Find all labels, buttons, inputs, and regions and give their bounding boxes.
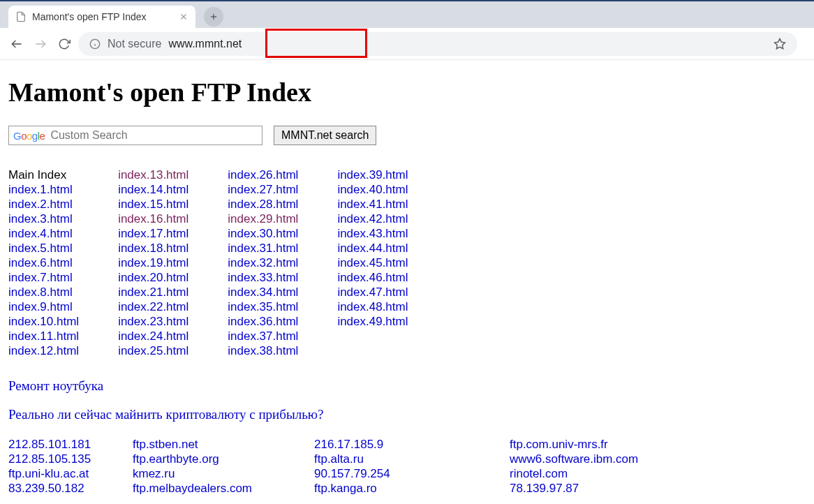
index-entry[interactable]: index.18.html xyxy=(118,241,188,255)
index-entry[interactable]: index.14.html xyxy=(118,182,188,197)
index-entry[interactable]: index.26.html xyxy=(228,168,298,182)
index-entry[interactable]: index.45.html xyxy=(337,255,408,270)
index-entry[interactable]: index.29.html xyxy=(228,212,298,226)
tab-title: Mamont's open FTP Index xyxy=(32,11,175,22)
index-entry[interactable]: index.4.html xyxy=(8,226,79,241)
index-entry[interactable]: index.38.html xyxy=(228,343,298,358)
search-button[interactable]: MMNT.net search xyxy=(274,126,376,145)
index-entry[interactable]: index.25.html xyxy=(118,343,188,358)
index-entry[interactable]: index.41.html xyxy=(337,197,408,212)
ftp-entry[interactable]: kmez.ru xyxy=(133,466,314,481)
ftp-column: ftp.stben.netftp.earthbyte.orgkmez.ruftp… xyxy=(133,437,314,496)
index-entry[interactable]: index.16.html xyxy=(118,212,188,226)
ftp-entry[interactable]: ftp.stben.net xyxy=(133,437,314,452)
index-entry[interactable]: index.19.html xyxy=(118,255,188,270)
ftp-entry[interactable]: ftp.earthbyte.org xyxy=(133,452,314,466)
ru-link-2[interactable]: Реально ли сейчас майнить криптовалюту с… xyxy=(8,407,323,422)
index-entry[interactable]: index.39.html xyxy=(337,168,408,182)
index-entry[interactable]: index.27.html xyxy=(228,182,298,197)
ftp-entry[interactable]: 78.139.97.87 xyxy=(510,481,638,496)
reload-icon xyxy=(58,38,71,50)
page-icon xyxy=(15,11,27,22)
index-entry[interactable]: index.2.html xyxy=(8,197,79,212)
index-entry[interactable]: index.24.html xyxy=(118,329,188,343)
index-entry[interactable]: index.8.html xyxy=(8,285,79,299)
search-row: Google MMNT.net search xyxy=(8,126,806,145)
index-entry[interactable]: index.33.html xyxy=(228,270,298,285)
tab-strip: Mamont's open FTP Index xyxy=(0,1,814,28)
back-button[interactable] xyxy=(7,34,27,54)
bookmark-star-icon[interactable] xyxy=(774,38,786,50)
custom-search-box[interactable]: Google xyxy=(8,126,262,145)
close-icon[interactable] xyxy=(179,12,188,22)
index-entry[interactable]: index.23.html xyxy=(118,314,188,329)
ftp-entry[interactable]: rinotel.com xyxy=(510,466,638,481)
ftp-entry[interactable]: 216.17.185.9 xyxy=(314,437,510,452)
search-input[interactable] xyxy=(49,128,258,142)
ftp-entry[interactable]: ftp.com.univ-mrs.fr xyxy=(510,437,638,452)
index-entry[interactable]: index.11.html xyxy=(8,329,79,343)
index-entry[interactable]: index.31.html xyxy=(228,241,298,255)
index-entry[interactable]: index.28.html xyxy=(228,197,298,212)
index-entry[interactable]: index.9.html xyxy=(8,299,79,314)
browser-tab-active[interactable]: Mamont's open FTP Index xyxy=(8,6,195,28)
ftp-entry[interactable]: 212.85.105.135 xyxy=(8,452,133,466)
ftp-entry[interactable]: ftp.kanga.ro xyxy=(314,481,510,496)
arrow-right-icon xyxy=(34,37,47,51)
index-column: Main Indexindex.1.htmlindex.2.htmlindex.… xyxy=(8,168,79,358)
forward-button[interactable] xyxy=(31,34,50,54)
ftp-column: 216.17.185.9ftp.alta.ru90.157.79.254ftp.… xyxy=(314,437,510,496)
plus-icon xyxy=(209,12,219,22)
index-entry[interactable]: index.34.html xyxy=(228,285,298,299)
index-entry[interactable]: index.30.html xyxy=(228,226,298,241)
index-entry[interactable]: index.35.html xyxy=(228,299,298,314)
index-entry[interactable]: index.1.html xyxy=(8,182,79,197)
index-entry[interactable]: index.46.html xyxy=(337,270,408,285)
index-entry[interactable]: index.6.html xyxy=(8,255,79,270)
index-entry[interactable]: index.22.html xyxy=(118,299,188,314)
url-text: www.mmnt.net xyxy=(168,38,242,50)
index-entry: Main Index xyxy=(8,168,79,182)
new-tab-button[interactable] xyxy=(204,7,223,27)
ftp-entry[interactable]: 83.239.50.182 xyxy=(8,481,133,496)
index-entry[interactable]: index.7.html xyxy=(8,270,79,285)
index-entry[interactable]: index.17.html xyxy=(118,226,188,241)
index-entry[interactable]: index.5.html xyxy=(8,241,79,255)
index-entry[interactable]: index.32.html xyxy=(228,255,298,270)
index-columns: Main Indexindex.1.htmlindex.2.htmlindex.… xyxy=(8,168,806,358)
index-entry[interactable]: index.21.html xyxy=(118,285,188,299)
index-entry[interactable]: index.43.html xyxy=(337,226,408,241)
index-entry[interactable]: index.47.html xyxy=(337,285,408,299)
ftp-entry[interactable]: ftp.uni-klu.ac.at xyxy=(8,466,133,481)
arrow-left-icon xyxy=(10,37,24,51)
ru-link-1[interactable]: Ремонт ноутбука xyxy=(8,378,103,393)
ftp-entry[interactable]: ftp.melbaydealers.com xyxy=(133,481,314,496)
not-secure-label: Not secure xyxy=(108,38,161,50)
index-column: index.39.htmlindex.40.htmlindex.41.htmli… xyxy=(337,168,408,358)
index-entry[interactable]: index.15.html xyxy=(118,197,188,212)
address-bar[interactable]: Not secure www.mmnt.net xyxy=(78,32,797,56)
index-entry[interactable]: index.40.html xyxy=(337,182,408,197)
index-entry[interactable]: index.13.html xyxy=(118,168,188,182)
index-entry[interactable]: index.36.html xyxy=(228,314,298,329)
index-entry[interactable]: index.12.html xyxy=(8,343,79,358)
ftp-entry[interactable]: www6.software.ibm.com xyxy=(510,452,638,466)
info-icon xyxy=(89,38,101,50)
index-entry[interactable]: index.49.html xyxy=(337,314,408,329)
index-entry[interactable]: index.20.html xyxy=(118,270,188,285)
ftp-column: 212.85.101.181212.85.105.135ftp.uni-klu.… xyxy=(8,437,133,496)
ftp-entry[interactable]: ftp.alta.ru xyxy=(314,452,510,466)
google-logo: Google xyxy=(13,130,45,142)
index-entry[interactable]: index.10.html xyxy=(8,314,79,329)
index-entry[interactable]: index.37.html xyxy=(228,329,298,343)
ftp-entry[interactable]: 90.157.79.254 xyxy=(314,466,510,481)
ftp-column: ftp.com.univ-mrs.frwww6.software.ibm.com… xyxy=(510,437,638,496)
index-entry[interactable]: index.44.html xyxy=(337,241,408,255)
index-entry[interactable]: index.3.html xyxy=(8,212,79,226)
index-entry[interactable]: index.42.html xyxy=(337,212,408,226)
russian-links: Ремонт ноутбука Реально ли сейчас майнит… xyxy=(8,378,806,423)
ftp-entry[interactable]: 212.85.101.181 xyxy=(8,437,133,452)
page-content: Mamont's open FTP Index Google MMNT.net … xyxy=(0,60,814,504)
reload-button[interactable] xyxy=(54,34,74,54)
index-entry[interactable]: index.48.html xyxy=(337,299,408,314)
